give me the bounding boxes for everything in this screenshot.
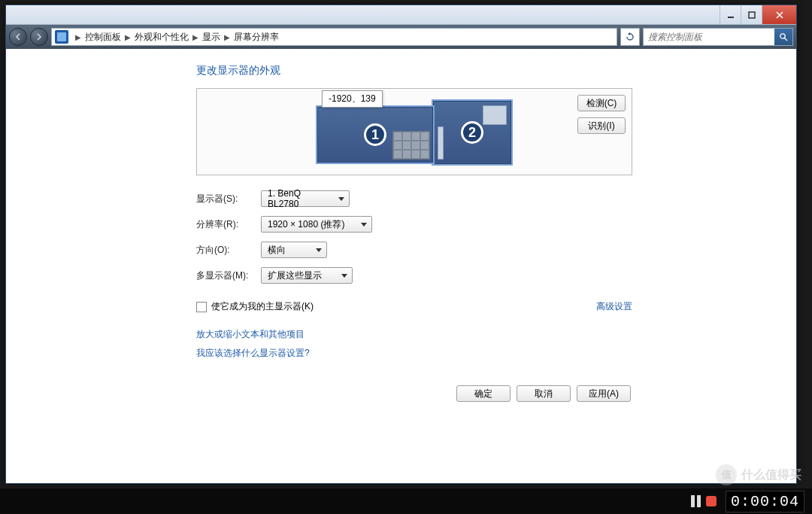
svg-rect-1 (749, 12, 755, 18)
record-icon[interactable] (706, 496, 717, 506)
window-titlebar (6, 5, 796, 25)
detect-button[interactable]: 检测(C) (577, 95, 626, 111)
help-link[interactable]: 我应该选择什么显示器设置? (196, 347, 310, 360)
display-dropdown[interactable]: 1. BenQ BL2780 (261, 190, 350, 207)
pause-icon[interactable] (691, 495, 701, 507)
recorder-bar: 0:00:04 (0, 488, 812, 514)
dialog-action-bar: 确定 取消 应用(A) (196, 385, 632, 402)
make-primary-label: 使它成为我的主显示器(K) (211, 300, 314, 313)
watermark: 值 什么值得买 (716, 464, 801, 485)
orientation-value: 横向 (268, 244, 286, 257)
chevron-right-icon: ▶ (125, 33, 131, 41)
orientation-label: 方向(O): (196, 244, 261, 257)
breadcrumb-item[interactable]: 外观和个性化 (135, 31, 189, 44)
content-area: 更改显示器的外观 检测(C) 识别(I) -1920、139 1 2 (6, 49, 796, 483)
make-primary-checkbox[interactable] (196, 302, 207, 312)
window-icon (483, 105, 507, 125)
keypad-icon (392, 131, 430, 160)
chevron-right-icon: ▶ (192, 33, 198, 41)
breadcrumb-item[interactable]: 屏幕分辨率 (234, 31, 279, 44)
minimize-button[interactable] (720, 5, 741, 24)
search-input[interactable] (644, 32, 774, 42)
control-panel-icon (55, 30, 68, 44)
multi-display-label: 多显示器(M): (196, 269, 261, 282)
svg-point-2 (780, 34, 785, 38)
refresh-button[interactable] (620, 28, 640, 46)
orientation-dropdown[interactable]: 横向 (261, 242, 327, 258)
search-box[interactable] (643, 28, 793, 46)
breadcrumb-item[interactable]: 显示 (202, 31, 220, 44)
cancel-button[interactable]: 取消 (517, 385, 571, 402)
search-icon[interactable] (774, 29, 792, 45)
close-button[interactable] (762, 5, 796, 24)
resolution-value: 1920 × 1080 (推荐) (268, 218, 344, 231)
monitor-number: 1 (364, 123, 386, 146)
chevron-right-icon: ▶ (75, 33, 81, 41)
page-title: 更改显示器的外观 (196, 64, 632, 78)
recorder-controls (691, 495, 717, 507)
monitor-layout[interactable]: -1920、139 1 2 (316, 99, 513, 164)
back-button[interactable] (9, 28, 27, 46)
resolution-label: 分辨率(R): (196, 218, 261, 231)
svg-rect-0 (728, 17, 734, 18)
forward-button[interactable] (30, 28, 48, 46)
display-label: 显示器(S): (196, 193, 261, 205)
monitor-1[interactable]: -1920、139 1 (316, 105, 435, 164)
ok-button[interactable]: 确定 (456, 385, 511, 402)
watermark-text: 什么值得买 (741, 467, 801, 483)
breadcrumb-path[interactable]: ▶ 控制面板 ▶ 外观和个性化 ▶ 显示 ▶ 屏幕分辨率 (51, 28, 617, 46)
apply-button[interactable]: 应用(A) (577, 385, 631, 402)
identify-button[interactable]: 识别(I) (577, 117, 626, 134)
chevron-right-icon: ▶ (224, 33, 230, 41)
resolution-dropdown[interactable]: 1920 × 1080 (推荐) (261, 216, 372, 233)
monitor-preview-box: 检测(C) 识别(I) -1920、139 1 2 (196, 88, 632, 175)
display-value: 1. BenQ BL2780 (268, 188, 334, 209)
recording-timer: 0:00:04 (726, 491, 804, 512)
svg-line-3 (785, 38, 788, 41)
watermark-badge: 值 (716, 464, 737, 485)
monitor-2[interactable]: 2 (432, 99, 513, 166)
display-settings-window: ▶ 控制面板 ▶ 外观和个性化 ▶ 显示 ▶ 屏幕分辨率 更改显示器的外观 检测… (5, 5, 797, 484)
navigation-bar: ▶ 控制面板 ▶ 外观和个性化 ▶ 显示 ▶ 屏幕分辨率 (6, 25, 796, 49)
sidebar-icon (438, 126, 444, 160)
breadcrumb-item[interactable]: 控制面板 (85, 31, 121, 44)
position-tooltip: -1920、139 (322, 90, 383, 108)
advanced-settings-link[interactable]: 高级设置 (596, 300, 632, 313)
multi-display-value: 扩展这些显示 (268, 269, 322, 282)
multi-display-dropdown[interactable]: 扩展这些显示 (261, 267, 353, 284)
zoom-text-link[interactable]: 放大或缩小文本和其他项目 (196, 328, 304, 341)
maximize-button[interactable] (741, 5, 762, 24)
monitor-number: 2 (461, 121, 483, 144)
